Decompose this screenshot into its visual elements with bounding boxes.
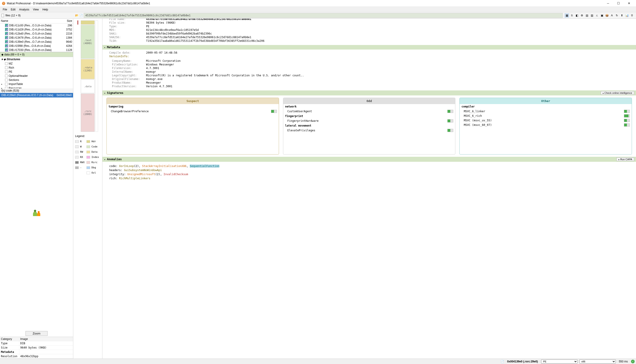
file-type-icon <box>5 48 8 52</box>
sig-item[interactable]: MSVC (msvc_uv_55) <box>460 118 632 123</box>
run-capa-button[interactable]: Run CAPA <box>616 158 634 161</box>
tb-btn-13[interactable]: 📊 <box>625 13 629 18</box>
file-row[interactable]: DIB.#13478 (Res...O.6.zh-cn.Data)1384 <box>0 36 73 40</box>
app-icon <box>2 2 6 5</box>
sidebar: Name Size DIB.#11c00 (Res...O.3.zh-cn.Da… <box>0 19 73 358</box>
file-row[interactable]: DIB.#17030 (Res...O.9.zh-cn.Data)1128 <box>0 48 73 52</box>
minimap-scrollbar[interactable] <box>95 20 98 132</box>
menubar: File Edit Analysis View Help <box>0 7 636 12</box>
signatures-section-header[interactable]: Signatures Check online intelligence <box>102 90 636 96</box>
sig-level-bar <box>271 110 277 113</box>
sig-card-odd: Odd networkCustomUserAgentfingerprintFin… <box>283 98 456 154</box>
status-time: 550 ms <box>617 360 629 363</box>
struct-icon <box>5 87 8 88</box>
struct-icon <box>5 70 8 73</box>
file-row[interactable]: DIB.#139e0 (Res...O.7.zh-cn.Data)9640 <box>0 40 73 44</box>
sig-card-other: Other compilerMSVC_6_linkerMSVC_6_richMS… <box>460 98 632 154</box>
sig-item[interactable]: MSVC (msvc_60_07) <box>460 123 632 127</box>
svg-point-2 <box>4 2 5 3</box>
sig-card-suspect: Suspect tamperingChangeBrowserPreference <box>106 98 279 154</box>
tb-btn-9[interactable]: 📦 <box>605 13 609 18</box>
files-col-name[interactable]: Name <box>1 19 59 22</box>
file-row[interactable]: DIB.#11c00 (Res...O.3.zh-cn.Data)296 <box>0 24 73 28</box>
folder-open-icon[interactable]: 📂 <box>75 14 79 17</box>
tb-btn-11[interactable]: ↻ <box>615 13 619 18</box>
minimap[interactable]: .text(48KB) .rdata(12KB) .data .rsrc(28K… <box>77 20 98 132</box>
sig-item[interactable]: CustomUserAgent <box>283 109 455 114</box>
status-arch-dropdown[interactable]: x86 <box>579 360 616 364</box>
files-list[interactable]: DIB.#11c00 (Res...O.3.zh-cn.Data)296DIB.… <box>0 24 73 52</box>
files-summary: files (12 + 9) <box>6 14 21 17</box>
close-button[interactable]: ✕ <box>624 0 634 7</box>
tb-btn-1[interactable]: ▦ <box>565 13 569 18</box>
menu-view[interactable]: View <box>31 8 41 12</box>
files-col-size[interactable]: Size <box>59 19 72 22</box>
file-row[interactable]: DIB.#15f88 (Res...O.8.zh-cn.Data)4264 <box>0 44 73 48</box>
struct-item[interactable]: MZ <box>0 62 73 66</box>
struct-item[interactable]: Sections <box>0 78 73 82</box>
file-icon <box>1 14 5 17</box>
legend: Legend: RHdr WCode RWData RXIndex RWXRsr… <box>74 133 101 176</box>
content-pane[interactable]: File name:4539a7a77cc8efd531a6164e27afde… <box>102 19 636 358</box>
file-type-icon <box>5 24 8 27</box>
tb-btn-7[interactable]: ⎌ <box>595 13 599 18</box>
struct-item[interactable]: Resources <box>0 86 73 88</box>
tb-btn-2[interactable]: ⎘ <box>570 13 574 18</box>
check-online-button[interactable]: Check online intelligence <box>601 91 634 95</box>
sig-level-bar <box>447 110 453 113</box>
tb-btn-12[interactable]: ⬆ <box>620 13 624 18</box>
selected-item: DIB.#139e0 (Resources.ICO.7.zh-cn.Data) … <box>0 93 73 98</box>
status-type-dropdown[interactable]: PE <box>541 360 577 364</box>
struct-icon <box>5 62 8 65</box>
sig-item[interactable]: ElevatePrivileges <box>283 128 455 133</box>
status-doc-icon: 📄 <box>501 360 504 363</box>
file-type-icon <box>5 32 8 35</box>
structures-icon: ◆ <box>4 58 6 61</box>
file-row[interactable]: DIB.#12bd0 (Res...O.5.zh-cn.Data)2216 <box>0 32 73 36</box>
struct-item[interactable]: PE <box>0 70 73 74</box>
file-type-icon <box>5 44 8 48</box>
status-address: 0x004139e0 (.rsrc:29e0) <box>506 360 539 363</box>
sig-level-bar <box>447 119 453 122</box>
zoom-button[interactable]: Zoom <box>26 331 47 336</box>
file-row[interactable]: DIB.#11d28 (Res...O.4.zh-cn.Data)3752 <box>0 28 73 32</box>
data-panel-header[interactable]: ◆ data (69 + 0 + 0) <box>0 52 73 57</box>
menu-help[interactable]: Help <box>41 8 50 12</box>
struct-icon <box>5 83 8 86</box>
maximize-button[interactable]: ☐ <box>613 0 624 7</box>
sig-item[interactable]: MSVC_6_linker <box>460 109 632 114</box>
sig-item[interactable]: ChangeBrowserPreference <box>107 109 279 114</box>
window-title: Malcat Professional - D:\malware\demo\45… <box>7 2 603 5</box>
struct-item[interactable]: ImportTable <box>0 82 73 86</box>
code-panel[interactable]: f(x) code (519) <box>0 88 73 93</box>
menu-file[interactable]: File <box>1 8 9 12</box>
struct-icon <box>5 66 8 69</box>
sig-level-bar <box>624 110 630 113</box>
tb-btn-14[interactable]: ⚲ <box>630 13 634 18</box>
tb-btn-10[interactable]: A <box>610 13 614 18</box>
menu-edit[interactable]: Edit <box>9 8 17 12</box>
tb-btn-6[interactable]: ▥ <box>590 13 594 18</box>
minimap-panel: .text(48KB) .rdata(12KB) .data .rsrc(28K… <box>73 19 102 358</box>
tb-btn-4[interactable]: ⚙ <box>580 13 584 18</box>
path-field[interactable]: 4539a7a77cc8efd531a6164e27afde755326e980… <box>84 13 563 18</box>
data-panel-icon: ◆ <box>1 53 4 56</box>
minimize-button[interactable]: ─ <box>603 0 613 7</box>
structures-header[interactable]: ▾◆ Structures <box>0 57 73 62</box>
struct-item[interactable]: OptionalHeader <box>0 74 73 78</box>
file-type-icon <box>5 28 8 31</box>
menu-analysis[interactable]: Analysis <box>17 8 31 12</box>
tb-btn-3[interactable]: ◧ <box>575 13 579 18</box>
sig-level-bar <box>447 129 453 132</box>
sig-item[interactable]: FingerprintHardware <box>283 118 455 123</box>
status-ok-icon: ✓ <box>631 360 635 363</box>
properties-table: Category Image TypeDIB Size9640 bytes (9… <box>0 337 73 358</box>
tb-btn-5[interactable]: ▤ <box>585 13 589 18</box>
sig-item[interactable]: MSVC_6_rich <box>460 114 632 118</box>
file-type-icon <box>5 36 8 39</box>
struct-icon <box>5 78 8 81</box>
tb-btn-8[interactable]: ▣ <box>600 13 604 18</box>
struct-item[interactable]: Rich <box>0 66 73 70</box>
metadata-section-header[interactable]: Metadata <box>102 45 636 50</box>
anomalies-section-header[interactable]: Anomalies Run CAPA <box>102 157 636 162</box>
